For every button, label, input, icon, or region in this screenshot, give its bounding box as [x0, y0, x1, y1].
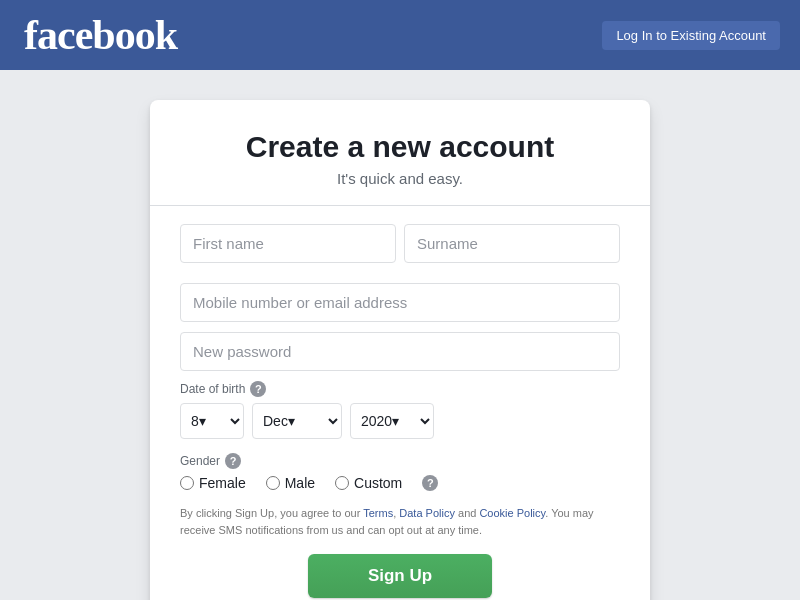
gender-label: Gender ?	[180, 453, 620, 469]
signup-button[interactable]: Sign Up	[308, 554, 492, 598]
first-name-input[interactable]	[180, 224, 396, 263]
page-title: Create a new account	[180, 130, 620, 164]
main-content: Create a new account It's quick and easy…	[0, 70, 800, 600]
header: facebook Log In to Existing Account	[0, 0, 800, 70]
dob-label: Date of birth ?	[180, 381, 620, 397]
facebook-logo: facebook	[24, 14, 177, 56]
gender-custom-option[interactable]: Custom	[335, 475, 402, 491]
gender-male-label: Male	[285, 475, 315, 491]
data-policy-link[interactable]: Data Policy	[399, 507, 455, 519]
dob-help-icon[interactable]: ?	[250, 381, 266, 397]
custom-gender-help-icon[interactable]: ?	[422, 475, 438, 491]
signup-form-container: Create a new account It's quick and easy…	[150, 100, 650, 600]
gender-male-option[interactable]: Male	[266, 475, 315, 491]
page-subtitle: It's quick and easy.	[180, 170, 620, 187]
gender-help-icon[interactable]: ?	[225, 453, 241, 469]
signup-btn-container: Sign Up	[180, 554, 620, 598]
name-row	[180, 224, 620, 263]
cookie-policy-link[interactable]: Cookie Policy	[479, 507, 545, 519]
surname-input[interactable]	[404, 224, 620, 263]
gender-row: Female Male Custom ?	[180, 475, 620, 491]
password-input[interactable]	[180, 332, 620, 371]
gender-custom-label: Custom	[354, 475, 402, 491]
dob-day-select[interactable]: 8▾ 123 456 7910 111213 141516 171819 202…	[180, 403, 244, 439]
dob-row: 8▾ 123 456 7910 111213 141516 171819 202…	[180, 403, 620, 439]
gender-female-label: Female	[199, 475, 246, 491]
gender-female-option[interactable]: Female	[180, 475, 246, 491]
gender-female-radio[interactable]	[180, 476, 194, 490]
login-button[interactable]: Log In to Existing Account	[602, 21, 780, 50]
form-divider	[150, 205, 650, 206]
dob-month-select[interactable]: JanFebMar AprMayJun JulAugSep OctNovDec▾	[252, 403, 342, 439]
gender-male-radio[interactable]	[266, 476, 280, 490]
terms-link[interactable]: Terms	[363, 507, 393, 519]
gender-custom-radio[interactable]	[335, 476, 349, 490]
dob-year-select[interactable]: 2020▾ 201920182017 201620152014 20132012…	[350, 403, 434, 439]
terms-text: By clicking Sign Up, you agree to our Te…	[180, 505, 620, 538]
email-input[interactable]	[180, 283, 620, 322]
